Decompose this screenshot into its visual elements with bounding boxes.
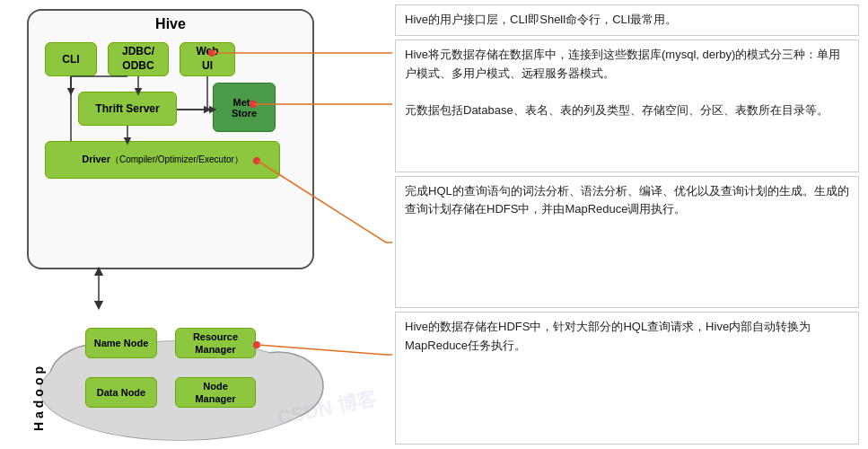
jdbc-box: JDBC/ODBC: [108, 42, 169, 76]
info-box-2: Hive将元数据存储在数据库中，连接到这些数据库(mysql, derby)的模…: [395, 40, 859, 172]
nodemanager-box: NodeManager: [175, 377, 256, 408]
left-panel: Hive CLI JDBC/ODBC WebUI Thrift Server M…: [0, 0, 386, 449]
info-text-1: Hive的用户接口层，CLI即Shell命令行，CLI最常用。: [405, 13, 677, 26]
info-text-4: Hive的数据存储在HDFS中，针对大部分的HQL查询请求，Hive内部自动转换…: [405, 320, 811, 352]
hive-container: Hive CLI JDBC/ODBC WebUI Thrift Server M…: [27, 9, 314, 269]
hive-title: Hive: [29, 16, 312, 32]
meta-store-box: MetaStore: [213, 83, 276, 132]
red-dot-webui: [208, 49, 215, 57]
info-text-3: 完成HQL的查询语句的词法分析、语法分析、编译、优化以及查询计划的生成。生成的查…: [405, 184, 849, 216]
thrift-box: Thrift Server: [78, 92, 177, 126]
red-dot-driver: [253, 157, 260, 164]
datanode-box: Data Node: [85, 377, 157, 408]
namenode-box: Name Node: [85, 328, 157, 358]
info-box-4: Hive的数据存储在HDFS中，针对大部分的HQL查询请求，Hive内部自动转换…: [395, 312, 859, 445]
hadoop-cloud-svg: [27, 301, 332, 445]
red-dot-hadoop: [253, 341, 260, 348]
hadoop-section: Hadoop Name Node ResourceManager Data No…: [27, 301, 332, 445]
driver-box: Driver（Compiler/Optimizer/Executor）: [45, 141, 280, 179]
resourcemanager-box: ResourceManager: [175, 328, 256, 358]
info-box-3: 完成HQL的查询语句的词法分析、语法分析、编译、优化以及查询计划的生成。生成的查…: [395, 176, 859, 309]
hadoop-label: Hadoop: [31, 363, 46, 431]
cli-box: CLI: [45, 42, 97, 76]
info-text-2: Hive将元数据存储在数据库中，连接到这些数据库(mysql, derby)的模…: [405, 48, 840, 117]
info-box-1: Hive的用户接口层，CLI即Shell命令行，CLI最常用。: [395, 4, 859, 36]
right-panel: Hive的用户接口层，CLI即Shell命令行，CLI最常用。 Hive将元数据…: [386, 0, 868, 449]
webui-box: WebUI: [180, 42, 235, 76]
red-dot-meta: [250, 101, 257, 108]
